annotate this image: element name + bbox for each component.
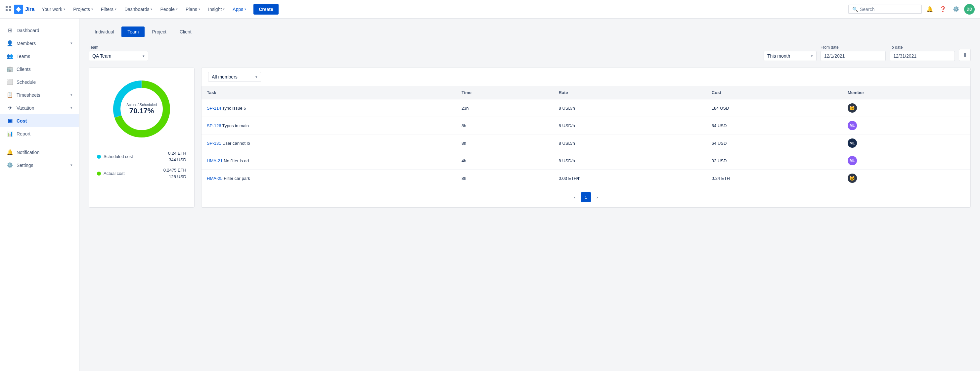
- sidebar-item-settings[interactable]: ⚙️ Settings ▾: [0, 159, 79, 171]
- nav-filters[interactable]: Filters ▾: [98, 5, 120, 14]
- member-cell: 🐱: [842, 170, 970, 187]
- jira-logo[interactable]: Jira: [14, 5, 34, 14]
- nav-insight[interactable]: Insight ▾: [205, 5, 228, 14]
- time-cell: 8h: [456, 170, 554, 187]
- task-cell: HMA-21 No filter is ad: [202, 152, 456, 170]
- from-date-label: From date: [821, 45, 886, 50]
- nav-dashboards[interactable]: Dashboards ▾: [121, 5, 156, 14]
- page-1-button[interactable]: 1: [581, 192, 591, 202]
- to-date-label: To date: [890, 45, 955, 50]
- sidebar-item-dashboard[interactable]: ⊞ Dashboard: [0, 24, 79, 37]
- tab-project[interactable]: Project: [146, 27, 172, 37]
- table-header: Task Time Rate Cost Member: [202, 86, 970, 99]
- create-button[interactable]: Create: [253, 4, 278, 14]
- nav-projects[interactable]: Projects ▾: [70, 5, 96, 14]
- chevron-down-icon: ▾: [245, 7, 246, 11]
- team-select-value: QA Team: [92, 53, 111, 59]
- chevron-down-icon: ▾: [223, 7, 225, 11]
- actual-dot: [97, 171, 101, 176]
- chevron-down-icon: ▾: [64, 7, 65, 11]
- sidebar-item-timesheets[interactable]: 📋 Timesheets ▾: [0, 88, 79, 101]
- chevron-down-icon: ▾: [70, 163, 72, 167]
- sidebar-item-report[interactable]: 📊 Report: [0, 127, 79, 140]
- tab-individual[interactable]: Individual: [89, 27, 120, 37]
- nav-your-work[interactable]: Your work ▾: [38, 5, 68, 14]
- search-box[interactable]: 🔍: [848, 5, 922, 14]
- topnav: Jira Your work ▾ Projects ▾ Filters ▾ Da…: [0, 0, 980, 19]
- team-select[interactable]: QA Team ▾: [89, 51, 148, 61]
- notifications-button[interactable]: 🔔: [924, 4, 935, 14]
- members-select[interactable]: All members ▾: [208, 72, 261, 82]
- col-time: Time: [456, 86, 554, 99]
- cost-cell: 64 USD: [706, 117, 842, 134]
- time-cell: 8h: [456, 117, 554, 134]
- task-link[interactable]: HMA-21: [207, 158, 223, 163]
- scheduled-values: 0.24 ETH 344 USD: [168, 150, 186, 163]
- table-card: All members ▾ Task Time Rate Cost Member: [201, 67, 971, 208]
- grid-icon[interactable]: [5, 6, 11, 13]
- member-avatar: ML: [848, 139, 857, 148]
- scheduled-legend-item: Scheduled cost 0.24 ETH 344 USD: [97, 150, 186, 163]
- to-date-input[interactable]: [890, 51, 955, 61]
- chevron-down-icon: ▾: [91, 7, 93, 11]
- cost-table: Task Time Rate Cost Member SP-114 sync i…: [202, 86, 970, 187]
- rate-cell: 8 USD/h: [554, 134, 706, 152]
- sidebar-item-teams[interactable]: 👥 Teams: [0, 50, 79, 62]
- sidebar-item-vacation[interactable]: ✈ Vacation ▾: [0, 101, 79, 114]
- notification-icon: 🔔: [6, 149, 13, 155]
- table-header-row: All members ▾: [202, 68, 970, 86]
- sidebar-item-notification[interactable]: 🔔 Notification: [0, 146, 79, 159]
- user-avatar[interactable]: DD: [964, 4, 975, 14]
- sidebar-item-cost[interactable]: ▣ Cost: [0, 114, 79, 127]
- nav-apps[interactable]: Apps ▾: [229, 5, 250, 14]
- task-link[interactable]: HMA-25: [207, 176, 223, 181]
- search-input[interactable]: [860, 6, 918, 12]
- sidebar-item-members[interactable]: 👤 Members ▾: [0, 37, 79, 50]
- sidebar: ⊞ Dashboard 👤 Members ▾ 👥 Teams 🏢 Client…: [0, 19, 80, 371]
- tab-client[interactable]: Client: [174, 27, 197, 37]
- teams-icon: 👥: [6, 53, 13, 59]
- task-cell: SP-114 sync issue 6: [202, 99, 456, 117]
- sidebar-item-schedule[interactable]: ⬜ Schedule: [0, 75, 79, 88]
- settings-button[interactable]: ⚙️: [951, 4, 961, 14]
- time-cell: 23h: [456, 99, 554, 117]
- schedule-icon: ⬜: [6, 79, 13, 85]
- actual-label: Actual cost: [103, 171, 161, 176]
- search-icon: 🔍: [852, 6, 858, 12]
- time-cell: 4h: [456, 152, 554, 170]
- cost-cell: 184 USD: [706, 99, 842, 117]
- table-body: SP-114 sync issue 623h8 USD/h184 USD🐱SP-…: [202, 99, 970, 187]
- from-date-input[interactable]: [821, 51, 886, 61]
- download-button[interactable]: ⬇: [959, 49, 971, 61]
- cost-cell: 32 USD: [706, 152, 842, 170]
- help-button[interactable]: ❓: [938, 4, 948, 14]
- chevron-down-icon: ▾: [143, 54, 145, 58]
- task-link[interactable]: SP-114: [207, 106, 221, 110]
- member-avatar: ML: [848, 156, 857, 165]
- nav-people[interactable]: People ▾: [157, 5, 181, 14]
- nav-plans[interactable]: Plans ▾: [182, 5, 204, 14]
- svg-rect-3: [9, 9, 11, 11]
- period-select[interactable]: This month ▾: [764, 51, 816, 61]
- sidebar-divider: [0, 143, 79, 143]
- logo-text: Jira: [25, 6, 34, 12]
- sidebar-item-clients[interactable]: 🏢 Clients: [0, 62, 79, 75]
- donut-card: Actual / Scheduled 70.17% Scheduled cost…: [89, 67, 194, 208]
- team-filter-group: Team QA Team ▾: [89, 45, 148, 61]
- task-link[interactable]: SP-126: [207, 123, 221, 128]
- to-date-group: To date: [890, 45, 955, 61]
- main-layout: ⊞ Dashboard 👤 Members ▾ 👥 Teams 🏢 Client…: [0, 19, 980, 371]
- svg-rect-0: [6, 6, 8, 8]
- member-avatar: 🐱: [848, 103, 857, 113]
- date-filter-group: This month ▾ From date To date ⬇: [764, 45, 971, 61]
- prev-page-button[interactable]: ‹: [570, 192, 580, 202]
- cost-cell: 0.24 ETH: [706, 170, 842, 187]
- tab-team[interactable]: Team: [121, 27, 145, 37]
- next-page-button[interactable]: ›: [592, 192, 602, 202]
- chevron-down-icon: ▾: [115, 7, 116, 11]
- table-row: HMA-21 No filter is ad4h8 USD/h32 USDML: [202, 152, 970, 170]
- tabs-row: Individual Team Project Client: [89, 27, 971, 37]
- task-link[interactable]: SP-131: [207, 141, 221, 146]
- col-member: Member: [842, 86, 970, 99]
- chevron-down-icon: ▾: [811, 54, 813, 58]
